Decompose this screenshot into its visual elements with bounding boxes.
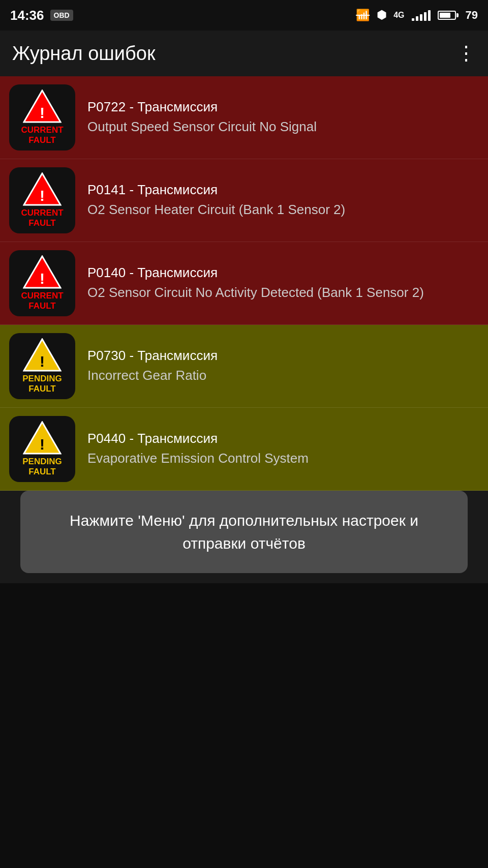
fault-desc-4: Incorrect Gear Ratio — [87, 367, 479, 384]
tooltip-overlay: Нажмите 'Меню' для дополнительных настро… — [20, 491, 468, 573]
fault-item[interactable]: ! PENDINGFAULT P0440 - Трансмиссия Evapo… — [0, 408, 488, 491]
fault-item[interactable]: ! PENDINGFAULT P0730 - Трансмиссия Incor… — [0, 325, 488, 408]
bluetooth-icon: ⬢ — [377, 9, 386, 22]
status-bar: 14:36 OBD 📶 ⬢ 4G 79 — [0, 0, 488, 31]
no-signal-icon: 📶 — [356, 9, 370, 22]
fault-list: ! CURRENTFAULT P0722 - Трансмиссия Outpu… — [0, 76, 488, 491]
fault-badge-pending: PENDINGFAULT — [22, 374, 62, 395]
fault-text-2: P0141 - Трансмиссия O2 Sensor Heater Cir… — [87, 182, 479, 219]
fault-desc-3: O2 Sensor Circuit No Activity Detected (… — [87, 284, 479, 302]
clock: 14:36 — [10, 8, 44, 23]
fault-text-4: P0730 - Трансмиссия Incorrect Gear Ratio — [87, 348, 479, 384]
status-left: 14:36 OBD — [10, 8, 73, 23]
fault-code-2: P0141 - Трансмиссия — [87, 182, 479, 198]
fault-desc-1: Output Speed Sensor Circuit No Signal — [87, 118, 479, 136]
fault-desc-5: Evaporative Emission Control System — [87, 450, 479, 467]
fault-text-5: P0440 - Трансмиссия Evaporative Emission… — [87, 431, 479, 467]
svg-text:!: ! — [40, 187, 45, 204]
fault-item[interactable]: ! CURRENTFAULT P0140 - Трансмиссия O2 Se… — [0, 242, 488, 325]
fault-icon-current: ! CURRENTFAULT — [9, 84, 75, 151]
fault-text-1: P0722 - Трансмиссия Output Speed Sensor … — [87, 99, 479, 136]
fault-icon-current: ! CURRENTFAULT — [9, 250, 75, 316]
svg-text:!: ! — [40, 353, 45, 370]
page-title: Журнал ошибок — [12, 43, 156, 65]
svg-text:!: ! — [40, 270, 45, 287]
fault-icon-current: ! CURRENTFAULT — [9, 167, 75, 233]
fault-icon-pending: ! PENDINGFAULT — [9, 416, 75, 482]
signal-bars — [412, 10, 431, 21]
menu-button[interactable]: ⋮ — [456, 44, 476, 63]
fault-icon-pending: ! PENDINGFAULT — [9, 333, 75, 399]
battery-icon — [438, 11, 459, 20]
fault-badge-current: CURRENTFAULT — [21, 125, 63, 146]
fault-desc-2: O2 Sensor Heater Circuit (Bank 1 Sensor … — [87, 201, 479, 219]
fault-badge-current: CURRENTFAULT — [21, 208, 63, 229]
obd-badge: OBD — [50, 10, 73, 21]
battery-percent: 79 — [466, 9, 478, 22]
svg-text:!: ! — [40, 104, 45, 121]
fault-code-3: P0140 - Трансмиссия — [87, 265, 479, 281]
fault-item[interactable]: ! CURRENTFAULT P0722 - Трансмиссия Outpu… — [0, 76, 488, 159]
fault-badge-pending: PENDINGFAULT — [22, 457, 62, 477]
app-header: Журнал ошибок ⋮ — [0, 31, 488, 76]
fault-code-1: P0722 - Трансмиссия — [87, 99, 479, 115]
status-right: 📶 ⬢ 4G 79 — [356, 9, 478, 22]
fault-badge-current: CURRENTFAULT — [21, 291, 63, 312]
network-badge: 4G — [393, 11, 404, 20]
fault-code-4: P0730 - Трансмиссия — [87, 348, 479, 364]
fault-item[interactable]: ! CURRENTFAULT P0141 - Трансмиссия O2 Se… — [0, 159, 488, 242]
fault-code-5: P0440 - Трансмиссия — [87, 431, 479, 446]
fault-text-3: P0140 - Трансмиссия O2 Sensor Circuit No… — [87, 265, 479, 302]
bottom-area — [0, 583, 488, 868]
tooltip-text: Нажмите 'Меню' для дополнительных настро… — [41, 509, 447, 555]
svg-text:!: ! — [40, 436, 45, 453]
